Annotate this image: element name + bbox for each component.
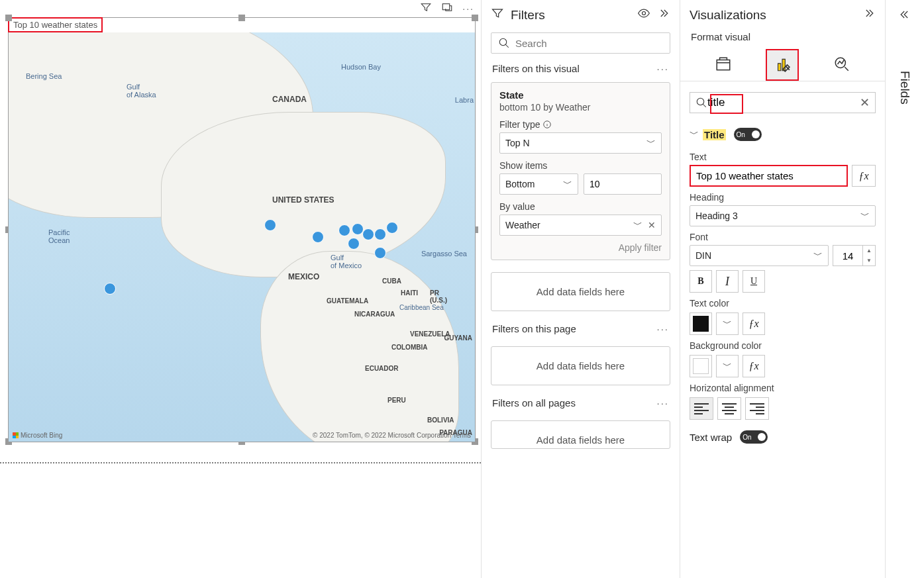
map-data-point[interactable]: [338, 224, 350, 236]
map-label: MEXICO: [288, 272, 319, 281]
filters-header: Filters: [482, 0, 680, 27]
map-label: NICARAGUA: [354, 311, 395, 318]
report-canvas: ··· Top 10 weather states Bering Sea Gul…: [0, 0, 482, 578]
filter-card-state[interactable]: State bottom 10 by Weather Filter type T…: [491, 82, 670, 260]
viz-tab-row: [680, 46, 885, 81]
fx-button[interactable]: ƒx: [852, 165, 876, 187]
spin-up-icon[interactable]: ▲: [863, 246, 875, 256]
title-toggle[interactable]: On: [734, 128, 762, 141]
map-attribution-copyright[interactable]: © 2022 TomTom, © 2022 Microsoft Corporat…: [313, 432, 471, 439]
filters-page-section[interactable]: Filters on this page···: [482, 319, 680, 338]
svg-point-2: [499, 38, 507, 46]
format-search[interactable]: ✕: [690, 92, 876, 113]
filters-all-section[interactable]: Filters on all pages···: [482, 393, 680, 412]
map-label: ECUADOR: [365, 365, 399, 372]
font-size-input[interactable]: ▲▼: [833, 245, 876, 266]
text-wrap-toggle[interactable]: On: [740, 430, 768, 444]
map-data-point[interactable]: [104, 283, 116, 295]
by-value-field[interactable]: Weather ﹀ ✕: [499, 215, 662, 236]
underline-button[interactable]: U: [743, 270, 765, 293]
filters-search-input[interactable]: [515, 38, 663, 49]
format-visual-tab[interactable]: [766, 49, 799, 81]
map-label: PR (U.S.): [430, 289, 447, 304]
svg-point-1: [642, 12, 646, 15]
italic-button[interactable]: I: [716, 270, 739, 293]
map-data-point[interactable]: [312, 231, 324, 243]
map-background[interactable]: Bering Sea Gulf of Alaska Hudson Bay Lab…: [9, 32, 475, 442]
info-icon[interactable]: [542, 120, 552, 129]
resize-handle[interactable]: [5, 15, 12, 21]
filter-icon[interactable]: [420, 1, 432, 15]
bold-button[interactable]: B: [690, 270, 712, 293]
focus-mode-icon[interactable]: [441, 1, 453, 15]
title-section-header[interactable]: ﹀ Title On: [690, 122, 876, 146]
bg-color-swatch[interactable]: [690, 355, 712, 377]
microsoft-logo-icon: [13, 432, 19, 438]
expand-icon[interactable]: [898, 0, 911, 31]
halign-label: Horizontal alignment: [690, 383, 876, 393]
text-color-swatch[interactable]: [690, 313, 712, 335]
apply-filter-link[interactable]: Apply filter: [499, 242, 662, 253]
text-wrap-label: Text wrap: [690, 432, 732, 443]
map-label: GUATEMALA: [327, 297, 368, 305]
heading-select[interactable]: Heading 3﹀: [690, 205, 876, 226]
map-data-point[interactable]: [362, 228, 374, 240]
visual-header-toolbar: ···: [420, 0, 474, 18]
clear-search-icon[interactable]: ✕: [860, 95, 870, 110]
filters-visual-section[interactable]: Filters on this visual···: [482, 59, 680, 78]
map-visual[interactable]: Top 10 weather states Bering Sea Gulf of…: [8, 17, 476, 442]
map-data-point[interactable]: [374, 247, 386, 259]
resize-handle[interactable]: [472, 15, 478, 21]
add-fields-page[interactable]: Add data fields here: [491, 346, 670, 385]
map-label: Caribbean Sea: [399, 304, 444, 311]
map-label: CANADA: [272, 95, 307, 104]
chevron-down-icon: ﹀: [690, 128, 699, 140]
map-data-point[interactable]: [374, 228, 386, 240]
eye-icon[interactable]: [637, 7, 650, 23]
show-count-input[interactable]: [584, 173, 662, 195]
by-value-label: By value: [499, 201, 662, 212]
chevron-down-icon: ﹀: [563, 178, 572, 190]
align-left-button[interactable]: [690, 397, 713, 420]
font-family-select[interactable]: DIN﹀: [690, 245, 829, 266]
resize-handle[interactable]: [238, 15, 245, 21]
add-fields-visual[interactable]: Add data fields here: [491, 272, 670, 311]
title-text-input[interactable]: [690, 165, 848, 187]
search-icon: [695, 97, 707, 109]
map-data-point[interactable]: [348, 238, 360, 250]
more-icon[interactable]: ···: [656, 323, 669, 334]
text-color-dropdown[interactable]: ﹀: [716, 313, 739, 335]
collapse-icon[interactable]: [657, 7, 670, 23]
analytics-tab[interactable]: [825, 49, 858, 81]
more-icon[interactable]: ···: [656, 63, 669, 74]
map-label: Hudson Bay: [341, 63, 381, 71]
chevron-down-icon: ﹀: [646, 137, 656, 149]
filter-icon: [491, 7, 504, 23]
map-label: HAITI: [401, 289, 418, 297]
build-visual-tab[interactable]: [707, 49, 740, 81]
fx-button[interactable]: ƒx: [743, 313, 765, 335]
align-right-button[interactable]: [745, 397, 769, 420]
fx-button[interactable]: ƒx: [743, 355, 765, 377]
align-center-button[interactable]: [717, 397, 741, 420]
filters-search[interactable]: [491, 32, 670, 54]
map-label: Sargasso Sea: [421, 250, 467, 258]
format-search-input[interactable]: [707, 96, 860, 109]
bg-color-dropdown[interactable]: ﹀: [716, 355, 739, 377]
fields-pane-collapsed[interactable]: Fields: [886, 0, 924, 578]
map-label: UNITED STATES: [272, 195, 334, 205]
filter-type-select[interactable]: Top N﹀: [499, 132, 662, 154]
map-label: PERU: [387, 397, 406, 404]
viz-title: Visualizations: [690, 8, 766, 23]
svg-rect-4: [717, 60, 730, 70]
more-options-icon[interactable]: ···: [462, 3, 474, 14]
more-icon[interactable]: ···: [656, 397, 669, 409]
spin-down-icon[interactable]: ▼: [863, 256, 875, 265]
add-fields-all[interactable]: Add data fields here: [491, 420, 670, 449]
map-data-point[interactable]: [386, 222, 398, 234]
show-direction-select[interactable]: Bottom﹀: [499, 173, 578, 195]
title-section-label: Title: [703, 129, 726, 140]
collapse-icon[interactable]: [862, 7, 876, 23]
map-data-point[interactable]: [264, 219, 276, 231]
remove-icon[interactable]: ✕: [648, 220, 656, 230]
